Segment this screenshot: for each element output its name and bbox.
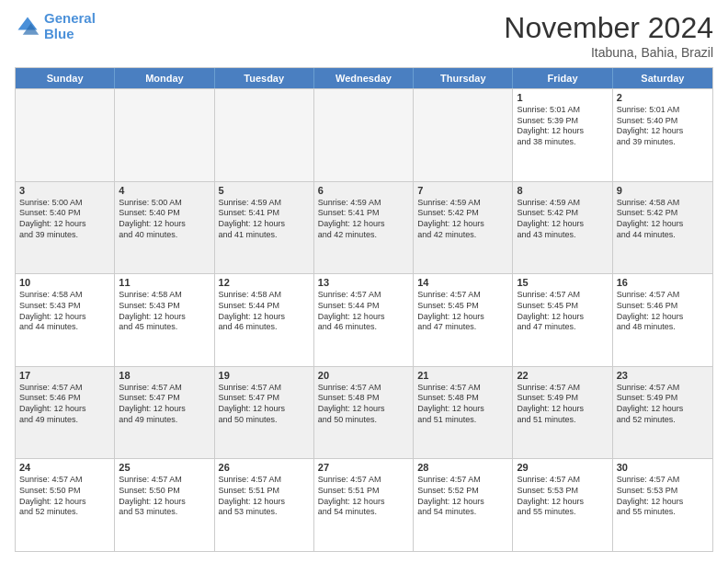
- day-number: 22: [517, 370, 608, 381]
- day-number: 9: [617, 185, 709, 196]
- calendar-cell: 2Sunrise: 5:01 AM Sunset: 5:40 PM Daylig…: [613, 89, 712, 181]
- day-number: 27: [318, 462, 409, 473]
- day-number: 16: [617, 277, 709, 288]
- calendar-cell: 5Sunrise: 4:59 AM Sunset: 5:41 PM Daylig…: [215, 182, 314, 274]
- day-info: Sunrise: 4:57 AM Sunset: 5:53 PM Dayligh…: [517, 475, 608, 518]
- day-info: Sunrise: 4:57 AM Sunset: 5:53 PM Dayligh…: [617, 475, 709, 518]
- day-info: Sunrise: 4:57 AM Sunset: 5:50 PM Dayligh…: [19, 475, 110, 518]
- calendar-cell: [16, 89, 115, 181]
- calendar-week-1: 1Sunrise: 5:01 AM Sunset: 5:39 PM Daylig…: [16, 88, 712, 181]
- day-info: Sunrise: 4:57 AM Sunset: 5:46 PM Dayligh…: [19, 383, 110, 426]
- day-number: 8: [517, 185, 608, 196]
- calendar-body: 1Sunrise: 5:01 AM Sunset: 5:39 PM Daylig…: [16, 88, 712, 551]
- logo-blue: Blue: [44, 26, 74, 41]
- day-header-thursday: Thursday: [414, 68, 513, 88]
- calendar-header: SundayMondayTuesdayWednesdayThursdayFrid…: [16, 68, 712, 88]
- calendar-cell: 19Sunrise: 4:57 AM Sunset: 5:47 PM Dayli…: [215, 367, 314, 459]
- day-number: 17: [19, 370, 110, 381]
- header: General Blue November 2024 Itabuna, Bahi…: [15, 11, 713, 60]
- day-number: 12: [219, 277, 310, 288]
- day-number: 29: [517, 462, 608, 473]
- calendar-cell: 29Sunrise: 4:57 AM Sunset: 5:53 PM Dayli…: [513, 459, 612, 551]
- calendar-cell: 10Sunrise: 4:58 AM Sunset: 5:43 PM Dayli…: [16, 274, 115, 366]
- calendar-cell: 28Sunrise: 4:57 AM Sunset: 5:52 PM Dayli…: [414, 459, 513, 551]
- calendar-cell: 18Sunrise: 4:57 AM Sunset: 5:47 PM Dayli…: [115, 367, 214, 459]
- calendar-cell: 13Sunrise: 4:57 AM Sunset: 5:44 PM Dayli…: [314, 274, 414, 366]
- day-header-tuesday: Tuesday: [215, 68, 314, 88]
- day-number: 20: [318, 370, 409, 381]
- calendar-cell: 6Sunrise: 4:59 AM Sunset: 5:41 PM Daylig…: [314, 182, 414, 274]
- day-info: Sunrise: 4:59 AM Sunset: 5:41 PM Dayligh…: [219, 198, 310, 241]
- day-number: 10: [19, 277, 110, 288]
- day-header-wednesday: Wednesday: [314, 68, 414, 88]
- day-number: 14: [417, 277, 508, 288]
- day-number: 19: [219, 370, 310, 381]
- day-number: 5: [219, 185, 310, 196]
- day-info: Sunrise: 4:57 AM Sunset: 5:50 PM Dayligh…: [119, 475, 210, 518]
- calendar-cell: [115, 89, 214, 181]
- month-title: November 2024: [504, 11, 713, 45]
- day-number: 21: [417, 370, 508, 381]
- calendar-cell: 4Sunrise: 5:00 AM Sunset: 5:40 PM Daylig…: [115, 182, 214, 274]
- day-number: 23: [617, 370, 709, 381]
- calendar-cell: 3Sunrise: 5:00 AM Sunset: 5:40 PM Daylig…: [16, 182, 115, 274]
- calendar-cell: 9Sunrise: 4:58 AM Sunset: 5:42 PM Daylig…: [613, 182, 712, 274]
- calendar-cell: 23Sunrise: 4:57 AM Sunset: 5:49 PM Dayli…: [613, 367, 712, 459]
- day-info: Sunrise: 4:57 AM Sunset: 5:52 PM Dayligh…: [417, 475, 508, 518]
- calendar-cell: 1Sunrise: 5:01 AM Sunset: 5:39 PM Daylig…: [513, 89, 612, 181]
- calendar-cell: 15Sunrise: 4:57 AM Sunset: 5:45 PM Dayli…: [513, 274, 612, 366]
- logo-icon: [15, 14, 40, 40]
- day-number: 25: [119, 462, 210, 473]
- calendar-cell: 16Sunrise: 4:57 AM Sunset: 5:46 PM Dayli…: [613, 274, 712, 366]
- calendar-cell: 22Sunrise: 4:57 AM Sunset: 5:49 PM Dayli…: [513, 367, 612, 459]
- day-info: Sunrise: 4:58 AM Sunset: 5:43 PM Dayligh…: [119, 290, 210, 333]
- day-number: 1: [517, 92, 608, 103]
- day-info: Sunrise: 4:57 AM Sunset: 5:51 PM Dayligh…: [219, 475, 310, 518]
- calendar-cell: [314, 89, 414, 181]
- day-info: Sunrise: 4:57 AM Sunset: 5:49 PM Dayligh…: [617, 383, 709, 426]
- calendar-cell: [215, 89, 314, 181]
- day-number: 7: [417, 185, 508, 196]
- day-number: 30: [617, 462, 709, 473]
- day-info: Sunrise: 4:57 AM Sunset: 5:46 PM Dayligh…: [617, 290, 709, 333]
- day-info: Sunrise: 4:57 AM Sunset: 5:44 PM Dayligh…: [318, 290, 409, 333]
- title-area: November 2024 Itabuna, Bahia, Brazil: [504, 11, 713, 60]
- calendar-cell: 14Sunrise: 4:57 AM Sunset: 5:45 PM Dayli…: [414, 274, 513, 366]
- calendar-week-2: 3Sunrise: 5:00 AM Sunset: 5:40 PM Daylig…: [16, 181, 712, 274]
- day-header-saturday: Saturday: [613, 68, 712, 88]
- location-title: Itabuna, Bahia, Brazil: [504, 45, 713, 60]
- day-info: Sunrise: 4:57 AM Sunset: 5:47 PM Dayligh…: [219, 383, 310, 426]
- logo: General Blue: [15, 11, 96, 41]
- day-info: Sunrise: 4:59 AM Sunset: 5:41 PM Dayligh…: [318, 198, 409, 241]
- calendar-cell: [414, 89, 513, 181]
- day-info: Sunrise: 4:57 AM Sunset: 5:45 PM Dayligh…: [517, 290, 608, 333]
- day-number: 26: [219, 462, 310, 473]
- day-header-sunday: Sunday: [16, 68, 115, 88]
- day-info: Sunrise: 4:57 AM Sunset: 5:47 PM Dayligh…: [119, 383, 210, 426]
- calendar-cell: 26Sunrise: 4:57 AM Sunset: 5:51 PM Dayli…: [215, 459, 314, 551]
- day-info: Sunrise: 4:58 AM Sunset: 5:44 PM Dayligh…: [219, 290, 310, 333]
- calendar-cell: 27Sunrise: 4:57 AM Sunset: 5:51 PM Dayli…: [314, 459, 414, 551]
- logo-text: General Blue: [44, 11, 96, 41]
- day-number: 2: [617, 92, 709, 103]
- calendar-cell: 11Sunrise: 4:58 AM Sunset: 5:43 PM Dayli…: [115, 274, 214, 366]
- day-info: Sunrise: 4:58 AM Sunset: 5:43 PM Dayligh…: [19, 290, 110, 333]
- day-number: 24: [19, 462, 110, 473]
- calendar-cell: 8Sunrise: 4:59 AM Sunset: 5:42 PM Daylig…: [513, 182, 612, 274]
- calendar-cell: 30Sunrise: 4:57 AM Sunset: 5:53 PM Dayli…: [613, 459, 712, 551]
- day-number: 13: [318, 277, 409, 288]
- calendar-cell: 20Sunrise: 4:57 AM Sunset: 5:48 PM Dayli…: [314, 367, 414, 459]
- day-number: 18: [119, 370, 210, 381]
- calendar-cell: 24Sunrise: 4:57 AM Sunset: 5:50 PM Dayli…: [16, 459, 115, 551]
- calendar-cell: 7Sunrise: 4:59 AM Sunset: 5:42 PM Daylig…: [414, 182, 513, 274]
- day-info: Sunrise: 5:00 AM Sunset: 5:40 PM Dayligh…: [19, 198, 110, 241]
- calendar: SundayMondayTuesdayWednesdayThursdayFrid…: [15, 67, 713, 552]
- page: General Blue November 2024 Itabuna, Bahi…: [0, 0, 728, 563]
- day-number: 28: [417, 462, 508, 473]
- day-info: Sunrise: 4:59 AM Sunset: 5:42 PM Dayligh…: [417, 198, 508, 241]
- calendar-week-4: 17Sunrise: 4:57 AM Sunset: 5:46 PM Dayli…: [16, 366, 712, 459]
- day-info: Sunrise: 4:58 AM Sunset: 5:42 PM Dayligh…: [617, 198, 709, 241]
- calendar-week-5: 24Sunrise: 4:57 AM Sunset: 5:50 PM Dayli…: [16, 458, 712, 551]
- day-number: 6: [318, 185, 409, 196]
- logo-general: General: [44, 10, 96, 26]
